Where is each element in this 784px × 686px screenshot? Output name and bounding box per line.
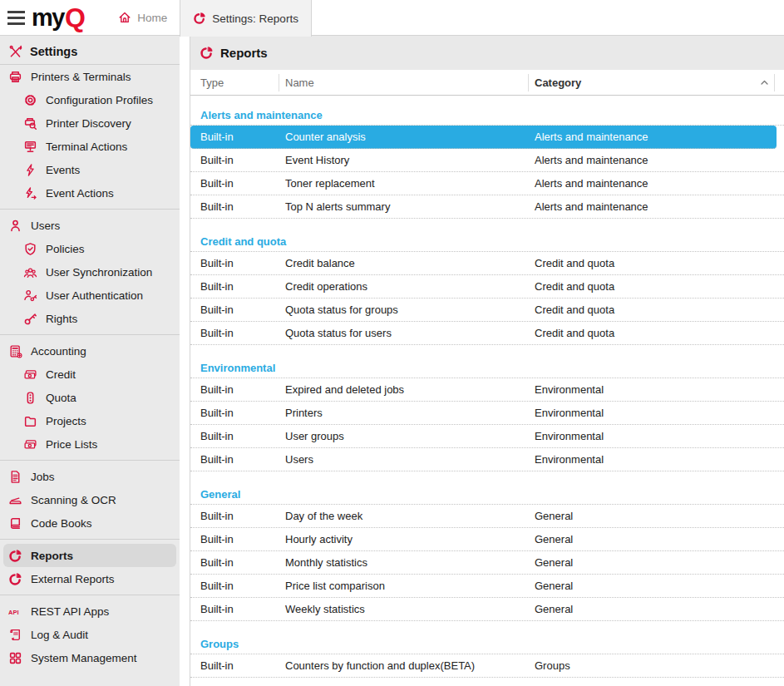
sidebar-item-printers-terminals[interactable]: Printers & Terminals <box>0 65 180 88</box>
sidebar-item-label: External Reports <box>31 573 115 585</box>
report-category-cell: General <box>535 505 573 527</box>
sidebar-item-policies[interactable]: Policies <box>0 237 180 260</box>
sidebar-item-users[interactable]: Users <box>0 214 180 237</box>
sidebar-item-scanning-ocr[interactable]: Scanning & OCR <box>0 488 180 511</box>
users-group-icon <box>23 265 37 279</box>
column-header-type[interactable]: Type <box>200 70 224 96</box>
terminal-icon <box>23 140 37 154</box>
printer-icon <box>8 70 22 84</box>
report-row-monthly-statistics[interactable]: Built-inMonthly statisticsGeneral <box>190 551 784 575</box>
sidebar-item-label: User Authentication <box>46 289 143 302</box>
report-row-price-list-comparison[interactable]: Built-inPrice list comparisonGeneral <box>190 575 784 598</box>
report-type-cell: Built-in <box>200 402 234 424</box>
report-row-credit-balance[interactable]: Built-inCredit balanceCredit and quota <box>190 252 784 275</box>
grid-squares-icon <box>8 651 22 665</box>
sidebar-item-events[interactable]: Events <box>0 158 180 181</box>
sidebar-item-reports[interactable]: Reports <box>3 544 176 567</box>
report-name-cell: Hourly activity <box>285 528 353 550</box>
reports-pie-icon <box>8 572 22 586</box>
report-type-cell: Built-in <box>200 378 234 401</box>
sidebar-item-label: Printer Discovery <box>46 117 131 130</box>
logo-text-my: my <box>32 6 64 30</box>
printer-search-icon <box>23 116 37 131</box>
sidebar-item-printer-discovery[interactable]: Printer Discovery <box>0 111 180 135</box>
top-bar: my Q HomeSettings: Reports <box>0 0 784 36</box>
report-type-cell: Built-in <box>200 505 234 527</box>
sidebar-item-quota[interactable]: Quota <box>0 386 180 409</box>
report-type-cell: Built-in <box>200 654 234 677</box>
sidebar-item-label: Users <box>31 220 60 232</box>
sidebar-item-configuration-profiles[interactable]: Configuration Profiles <box>0 88 180 111</box>
report-row-expired-and-deleted-jobs[interactable]: Built-inExpired and deleted jobsEnvironm… <box>190 378 784 402</box>
sidebar-item-label: Policies <box>46 243 85 255</box>
crossed-tools-icon <box>8 45 22 59</box>
sidebar-item-system-management[interactable]: System Management <box>0 646 180 669</box>
report-name-cell: Printers <box>285 402 323 424</box>
sidebar-item-event-actions[interactable]: Event Actions <box>0 181 180 205</box>
sidebar-item-label: User Synchronization <box>46 266 152 279</box>
report-row-counter-analysis[interactable]: Built-inCounter analysisAlerts and maint… <box>190 126 777 149</box>
column-header-category[interactable]: Category <box>535 70 581 96</box>
sidebar-item-user-authentication[interactable]: User Authentication <box>0 284 180 307</box>
report-row-weekly-statistics[interactable]: Built-inWeekly statisticsGeneral <box>190 598 784 621</box>
report-row-counters-by-function-and-duplex-beta[interactable]: Built-inCounters by function and duplex(… <box>190 654 784 678</box>
report-category-cell: Credit and quota <box>535 275 614 298</box>
panel-gutter <box>180 36 190 686</box>
myq-logo: my Q <box>32 0 84 35</box>
report-name-cell: Weekly statistics <box>285 598 365 620</box>
home-icon <box>118 11 131 24</box>
sidebar-item-credit[interactable]: Credit <box>0 363 180 386</box>
report-row-user-groups[interactable]: Built-inUser groupsEnvironmental <box>190 425 784 448</box>
category-group-heading: Alerts and maintenance <box>190 106 784 126</box>
reports-pie-icon <box>193 12 206 25</box>
sidebar-item-rest-api-apps[interactable]: APIREST API Apps <box>0 600 180 623</box>
settings-sidebar: Settings Printers & TerminalsConfigurati… <box>0 36 180 686</box>
reports-pie-icon <box>200 46 214 60</box>
report-row-credit-operations[interactable]: Built-inCredit operationsCredit and quot… <box>190 275 784 299</box>
report-row-quota-status-for-groups[interactable]: Built-inQuota status for groupsCredit an… <box>190 299 784 322</box>
column-separator <box>774 74 775 91</box>
report-name-cell: Counters by function and duplex(BETA) <box>285 654 475 677</box>
report-row-event-history[interactable]: Built-inEvent HistoryAlerts and maintena… <box>190 149 784 172</box>
sidebar-item-rights[interactable]: Rights <box>0 307 180 330</box>
sidebar-item-external-reports[interactable]: External Reports <box>0 567 180 590</box>
report-row-day-of-the-week[interactable]: Built-inDay of the weekGeneral <box>190 505 784 528</box>
sidebar-item-jobs[interactable]: Jobs <box>0 465 180 488</box>
page-title: Reports <box>220 46 268 60</box>
sidebar-divider <box>0 539 180 540</box>
report-row-top-n-alerts-summary[interactable]: Built-inTop N alerts summaryAlerts and m… <box>190 195 784 219</box>
log-scroll-icon <box>8 628 22 642</box>
chevron-up-icon[interactable] <box>758 76 771 89</box>
sidebar-item-code-books[interactable]: Code Books <box>0 511 180 535</box>
report-row-hourly-activity[interactable]: Built-inHourly activityGeneral <box>190 528 784 551</box>
category-group-alerts-and-maintenance: Alerts and maintenanceBuilt-inCounter an… <box>190 106 784 219</box>
tab-home[interactable]: Home <box>106 0 180 35</box>
report-row-quota-status-for-users[interactable]: Built-inQuota status for usersCredit and… <box>190 322 784 345</box>
sidebar-item-label: Terminal Actions <box>46 141 127 153</box>
sidebar-item-projects[interactable]: Projects <box>0 409 180 432</box>
sidebar-item-log-audit[interactable]: Log & Audit <box>0 623 180 646</box>
sidebar-item-label: Log & Audit <box>31 629 88 641</box>
report-category-cell: Alerts and maintenance <box>535 126 648 148</box>
sidebar-item-accounting[interactable]: Accounting <box>0 339 180 363</box>
hamburger-menu-button[interactable] <box>0 0 32 35</box>
report-category-cell: Alerts and maintenance <box>535 149 648 171</box>
key-icon <box>23 312 37 326</box>
sidebar-item-price-lists[interactable]: Price Lists <box>0 432 180 456</box>
user-key-icon <box>23 289 37 303</box>
sidebar-item-label: Scanning & OCR <box>31 494 116 506</box>
report-category-cell: Alerts and maintenance <box>535 172 648 195</box>
report-type-cell: Built-in <box>200 425 234 447</box>
category-group-general: GeneralBuilt-inDay of the weekGeneralBui… <box>190 485 784 621</box>
column-header-name[interactable]: Name <box>285 70 314 96</box>
report-row-toner-replacement[interactable]: Built-inToner replacementAlerts and main… <box>190 172 784 195</box>
report-name-cell: Day of the week <box>285 505 362 527</box>
sidebar-item-user-synchronization[interactable]: User Synchronization <box>0 260 180 284</box>
tab-settings-reports[interactable]: Settings: Reports <box>180 0 312 37</box>
reports-table-body: Alerts and maintenanceBuilt-inCounter an… <box>190 106 784 678</box>
report-category-cell: Environmental <box>535 402 604 424</box>
report-row-printers[interactable]: Built-inPrintersEnvironmental <box>190 402 784 425</box>
sidebar-item-terminal-actions[interactable]: Terminal Actions <box>0 135 180 158</box>
report-name-cell: Monthly statistics <box>285 551 367 574</box>
report-row-users[interactable]: Built-inUsersEnvironmental <box>190 448 784 471</box>
